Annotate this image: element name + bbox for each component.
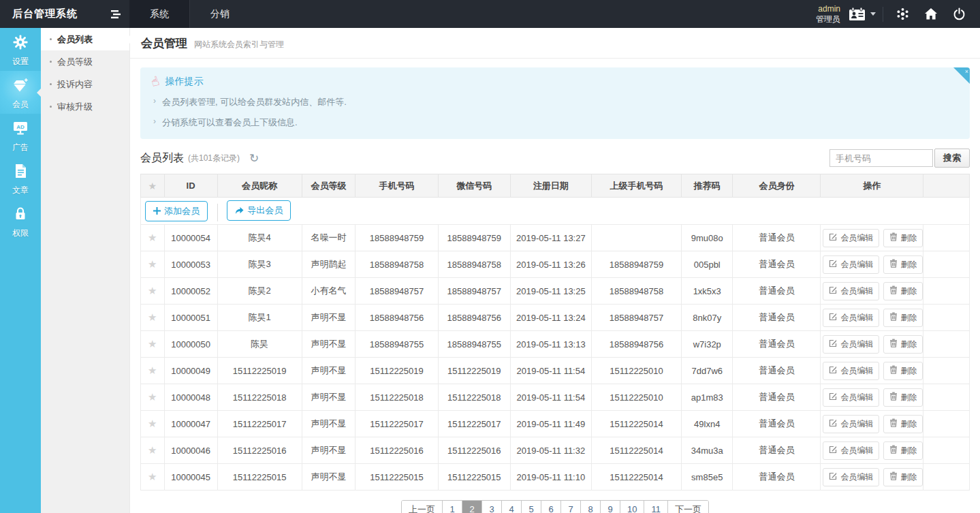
delete-member-button[interactable]: 删除 <box>883 255 923 274</box>
page-button-10[interactable]: 10 <box>620 501 644 513</box>
page-button-11[interactable]: 11 <box>644 501 667 513</box>
edit-member-button[interactable]: 会员编辑 <box>823 282 879 300</box>
star-icon[interactable]: ★ <box>141 251 165 278</box>
column-header-6: 上级手机号码 <box>591 174 681 198</box>
star-icon[interactable]: ★ <box>141 464 165 491</box>
column-header-7: 推荐码 <box>682 174 733 198</box>
delete-member-button[interactable]: 删除 <box>883 415 923 433</box>
user-role: 管理员 <box>816 14 840 25</box>
cell-reg_date: 2019-05-11 13:25 <box>510 278 591 305</box>
cell-id: 10000054 <box>164 225 217 251</box>
edit-member-button[interactable]: 会员编辑 <box>823 441 879 460</box>
submenu-item-member-list[interactable]: 会员列表 <box>41 28 129 50</box>
menu-toggle-icon[interactable] <box>110 10 121 19</box>
page-button-9[interactable]: 9 <box>600 501 620 513</box>
cell-ref_code: ap1m83 <box>682 384 733 411</box>
cell-identity: 普通会员 <box>733 358 821 384</box>
sidebar-item-label: 会员 <box>12 99 29 110</box>
edit-member-button[interactable]: 会员编辑 <box>823 335 879 354</box>
home-icon[interactable] <box>917 0 945 28</box>
delete-label: 删除 <box>900 418 917 430</box>
trash-icon <box>889 285 900 296</box>
cell-phone: 18588948756 <box>355 305 439 331</box>
prev-page-button[interactable]: 上一页 <box>402 501 442 513</box>
cell-level: 声明不显 <box>302 411 355 437</box>
cell-parent_phone: 18588948757 <box>591 305 681 331</box>
next-page-button[interactable]: 下一页 <box>667 501 708 513</box>
svg-text:AD: AD <box>16 124 25 130</box>
cell-parent_phone: 18588948759 <box>591 251 681 278</box>
delete-member-button[interactable]: 删除 <box>883 229 923 247</box>
cell-id: 10000048 <box>164 384 217 411</box>
column-header-2: 会员等级 <box>302 174 355 198</box>
star-icon[interactable]: ★ <box>141 278 165 305</box>
edit-member-button[interactable]: 会员编辑 <box>823 468 879 486</box>
topbar-divider <box>883 7 883 22</box>
page-button-5[interactable]: 5 <box>521 501 541 513</box>
edit-member-button[interactable]: 会员编辑 <box>823 255 879 274</box>
star-icon[interactable]: ★ <box>141 225 165 251</box>
edit-label: 会员编辑 <box>840 339 873 350</box>
tip-collapse-corner[interactable]: × <box>953 67 970 84</box>
sidebar-item-permissions[interactable]: 权限 <box>0 200 41 243</box>
pagination-group: 上一页1234567891011下一页 <box>401 500 709 513</box>
add-member-button[interactable]: 添加会员 <box>145 201 208 221</box>
star-icon[interactable]: ★ <box>141 437 165 464</box>
cell-actions: 会员编辑删除 <box>821 305 923 331</box>
cell-actions: 会员编辑删除 <box>821 278 923 305</box>
page-button-7[interactable]: 7 <box>560 501 580 513</box>
submenu-item-complaints[interactable]: 投诉内容 <box>41 73 129 95</box>
sidebar-item-articles[interactable]: 文章 <box>0 157 41 200</box>
edit-icon <box>829 418 840 429</box>
power-icon[interactable] <box>945 0 973 28</box>
edit-member-button[interactable]: 会员编辑 <box>823 362 879 380</box>
edit-member-button[interactable]: 会员编辑 <box>823 388 879 407</box>
sidebar-item-members[interactable]: 会员 <box>0 71 41 114</box>
delete-member-button[interactable]: 删除 <box>883 388 923 407</box>
cell-empty <box>923 251 970 278</box>
cell-phone: 18588948757 <box>355 278 439 305</box>
submenu-item-upgrade-review[interactable]: 审核升级 <box>41 95 129 118</box>
cell-phone: 15112225017 <box>355 411 439 437</box>
search-button[interactable]: 搜索 <box>934 149 970 168</box>
refresh-icon[interactable]: ↻ <box>249 153 259 164</box>
delete-member-button[interactable]: 删除 <box>883 309 923 327</box>
edit-label: 会员编辑 <box>840 312 873 324</box>
nav-tab-system[interactable]: 系统 <box>129 0 189 28</box>
page-button-1[interactable]: 1 <box>442 501 462 513</box>
cell-level: 声明鹊起 <box>302 251 355 278</box>
page-button-6[interactable]: 6 <box>541 501 560 513</box>
edit-label: 会员编辑 <box>840 365 873 377</box>
id-card-icon[interactable] <box>847 0 877 28</box>
delete-member-button[interactable]: 删除 <box>883 282 923 300</box>
export-member-button[interactable]: 导出会员 <box>227 200 291 221</box>
edit-member-button[interactable]: 会员编辑 <box>823 229 879 247</box>
share-icon[interactable] <box>889 0 917 28</box>
delete-member-button[interactable]: 删除 <box>883 362 923 380</box>
star-icon[interactable]: ★ <box>141 358 165 384</box>
delete-member-button[interactable]: 删除 <box>883 335 923 354</box>
delete-member-button[interactable]: 删除 <box>883 468 923 486</box>
star-icon[interactable]: ★ <box>141 305 165 331</box>
cell-ref_code: 7dd7w6 <box>682 358 733 384</box>
nav-tab-distribution[interactable]: 分销 <box>189 0 250 28</box>
page-button-8[interactable]: 8 <box>580 501 600 513</box>
edit-member-button[interactable]: 会员编辑 <box>823 309 879 327</box>
page-button-3[interactable]: 3 <box>481 501 501 513</box>
edit-member-button[interactable]: 会员编辑 <box>823 415 879 433</box>
edit-label: 会员编辑 <box>840 418 873 430</box>
cell-reg_date: 2019-05-11 13:27 <box>510 225 591 251</box>
star-icon[interactable]: ★ <box>141 384 165 411</box>
sidebar-item-settings[interactable]: 设置 <box>0 28 41 71</box>
submenu-item-member-level[interactable]: 会员等级 <box>41 50 129 73</box>
trash-icon <box>889 471 900 482</box>
star-icon[interactable]: ★ <box>141 411 165 437</box>
star-icon[interactable]: ★ <box>141 331 165 358</box>
delete-member-button[interactable]: 删除 <box>883 441 923 460</box>
export-member-label: 导出会员 <box>247 204 283 217</box>
page-button-2[interactable]: 2 <box>462 501 481 513</box>
search-input[interactable] <box>829 149 933 167</box>
cell-wechat: 15112225016 <box>438 437 510 464</box>
sidebar-item-ads[interactable]: AD广告 <box>0 114 41 157</box>
page-button-4[interactable]: 4 <box>501 501 521 513</box>
